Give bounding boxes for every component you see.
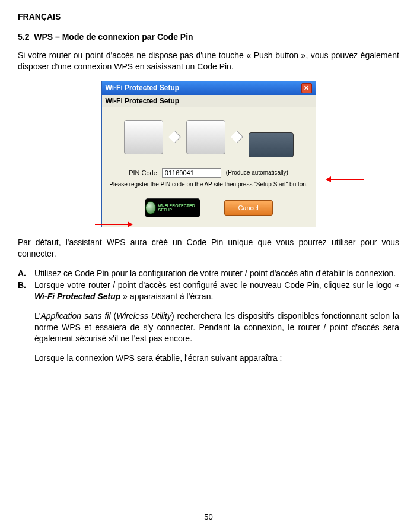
steps-list: A. Utilisez ce Code Pin pour la configur… — [18, 268, 399, 303]
window-title: Wi-Fi Protected Setup — [106, 84, 180, 92]
wireless-utility-paragraph: L'Application sans fil (Wireless Utility… — [18, 311, 399, 344]
pin-auto-text: (Produce automatically) — [226, 169, 288, 176]
wps-button-label: WI-FI PROTECTED SETUP — [158, 204, 200, 212]
devices-diagram — [108, 113, 310, 161]
app-name-fr: Application sans fil — [40, 311, 110, 321]
window-body: PIN Code (Produce automatically) Please … — [102, 107, 316, 227]
section-title: 5.2 WPS – Mode de connexion par Code Pin — [18, 32, 399, 42]
desktop-icon — [186, 120, 225, 154]
section-number: 5.2 — [18, 32, 29, 42]
after-figure-paragraph: Par défaut, l'assistant WPS aura créé un… — [18, 237, 399, 259]
step-a: A. Utilisez ce Code Pin pour la configur… — [18, 268, 399, 279]
close-icon[interactable]: ✕ — [301, 83, 312, 93]
wps-logo-icon — [145, 201, 156, 214]
step-a-marker: A. — [18, 268, 34, 279]
wps-logo-name: Wi-Fi Protected Setup — [34, 292, 120, 301]
page-header: FRANÇAIS — [18, 12, 399, 21]
pin-code-input[interactable] — [162, 168, 221, 178]
wps-window: Wi-Fi Protected Setup ✕ Wi-Fi Protected … — [101, 81, 316, 227]
app-name-en: Wireless Utility — [116, 311, 171, 321]
next-screen-paragraph: Lorsque la connexion WPS sera établie, l… — [18, 353, 399, 364]
intro-paragraph: Si votre router ou point d'accès ne disp… — [18, 50, 399, 72]
page-number: 50 — [0, 512, 417, 521]
section-name: WPS – Mode de connexion par Code Pin — [34, 32, 193, 42]
button-row: WI-FI PROTECTED SETUP Cancel — [108, 198, 310, 217]
figure-container: Wi-Fi Protected Setup ✕ Wi-Fi Protected … — [18, 81, 399, 227]
step-b-marker: B. — [18, 280, 34, 302]
step-b: B. Lorsque votre router / point d'accès … — [18, 280, 399, 302]
arrow-icon — [230, 131, 243, 143]
window-titlebar: Wi-Fi Protected Setup ✕ — [102, 81, 316, 95]
arrow-icon — [168, 131, 180, 143]
cancel-button[interactable]: Cancel — [224, 200, 273, 216]
pin-instruction: Please register the PIN code on the AP s… — [108, 181, 310, 188]
pin-row: PIN Code (Produce automatically) — [108, 168, 310, 178]
router-icon — [249, 132, 294, 157]
step-b-text: Lorsque votre router / point d'accès est… — [34, 280, 399, 302]
step-a-text: Utilisez ce Code Pin pour la configurati… — [34, 268, 396, 279]
pin-label: PIN Code — [129, 169, 157, 176]
wps-setup-button[interactable]: WI-FI PROTECTED SETUP — [145, 198, 200, 217]
window-inner-title: Wi-Fi Protected Setup — [102, 95, 316, 107]
laptop-icon — [124, 120, 163, 154]
